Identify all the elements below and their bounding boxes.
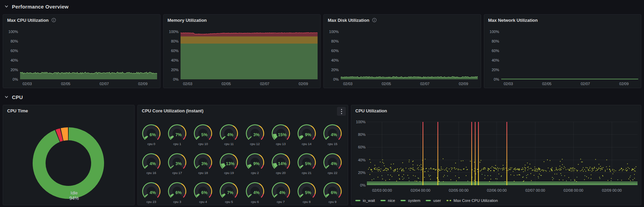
chart-memory[interactable]: 100%80%60%40%20%0%02/0302/0502/0702/09 [164,26,321,88]
panel-max-network: Max Network Utilization100%80%60%40%20%0… [484,14,642,88]
x-tick-label: 02/05 [221,82,231,86]
spike-to-100 [475,122,475,185]
section-header-performance-overview[interactable]: Performance Overview [4,3,69,10]
donut-value: 94% [69,195,79,201]
x-tick-label: 02/05 [542,82,552,86]
gauge-cpu-21: 5%cpu 21 [293,153,320,175]
gauge-cpu-6: 4%cpu 6 [242,182,268,204]
gauge-label: cpu 8 [293,200,320,204]
cpu-core-utilization-panel: CPU Core Utilization (Instant) 6%cpu 07%… [137,105,348,205]
chart-max-network[interactable]: 100%80%60%40%20%0%02/0302/0502/0702/09 [484,26,642,88]
gauge-label: cpu 21 [293,171,320,175]
y-tick-label: 100% [329,30,339,34]
spike-to-100 [438,122,438,185]
spike-to-100 [507,122,507,185]
x-tick-label: 02/07 [580,82,590,86]
info-icon[interactable] [51,18,56,22]
chevron-down-icon[interactable] [4,95,9,99]
cpu-utilization-panel: CPU Utilization io_waitnicesystemuserMax… [351,105,641,205]
x-tick-label: 02/09 [138,82,148,86]
panel-header: CPU Utilization [351,105,641,116]
x-tick-label: 02/07 [420,82,430,86]
x-tick-label: 02/07 [100,82,109,86]
y-tick-label: 80% [491,39,499,43]
gauge-label: cpu 15 [319,142,346,146]
panel-title[interactable]: Memory Utilization [168,18,207,23]
gauge-label: cpu 22 [319,171,346,175]
gauge-cpu-12: 3%cpu 12 [242,124,268,146]
y-tick-label: 20% [491,68,499,72]
panel-max-cpu: Max CPU Utilization100%80%60%40%20%0%02/… [3,14,160,88]
gauge-label: cpu 13 [268,142,294,146]
y-tick-label: 100% [489,30,499,34]
section-title-cpu[interactable]: CPU [12,94,23,100]
legend-line-icon [401,200,406,201]
panel-title[interactable]: CPU Utilization [355,108,387,113]
chevron-down-icon[interactable] [4,4,9,9]
chart-max-disk[interactable]: 100%80%60%40%20%0%02/0302/0502/0702/09 [324,26,481,88]
chart-max-cpu[interactable]: 100%80%60%40%20%0%02/0302/0502/0702/09 [3,26,160,88]
cpu-utilization-chart[interactable]: 100%80%60%40%20%0%02/03 00:0002/04 00:00… [351,115,641,195]
gauge-value: 6% [175,190,182,195]
gauge-cpu-3: 6%cpu 3 [164,182,190,204]
legend-item-io_wait[interactable]: io_wait [355,198,375,203]
panel-title[interactable]: CPU Time [7,108,28,113]
panel-title[interactable]: Max Network Utilization [488,18,538,23]
overview-panels-row: Max CPU Utilization100%80%60%40%20%0%02/… [3,14,641,88]
gauge-value: 3% [253,132,259,137]
spike-to-100 [423,122,423,185]
section-header-cpu[interactable]: CPU [4,93,23,101]
gauge-value: 5% [305,161,311,166]
donut-slice-Idle [39,134,98,192]
info-icon[interactable] [372,18,377,22]
cpu-time-donut-chart[interactable]: Idle94% [3,116,134,205]
y-tick-label: 0% [173,77,179,81]
y-tick-label: 60% [491,49,499,53]
gauge-value: 5% [305,190,311,195]
y-tick-label: 80% [11,39,18,43]
panel-title[interactable]: CPU Core Utilization (Instant) [142,108,203,113]
y-tick-label: 20% [358,171,366,175]
gauge-cpu-13: 15%cpu 13 [268,124,294,146]
gauge-value: 3% [201,161,207,166]
x-tick-label: 02/03 [504,82,513,86]
gauge-cpu-23: 4%cpu 23 [138,182,165,204]
y-tick-label: 80% [331,39,339,43]
legend-line-icon [380,200,386,201]
gauge-value: 7% [175,132,182,137]
y-tick-label: 40% [171,58,178,62]
gauge-label: cpu 1 [164,142,190,146]
legend-item-user[interactable]: user [426,198,441,203]
gauge-value: 4% [331,161,337,166]
y-tick-label: 0% [360,183,366,187]
legend-item-nice[interactable]: nice [380,198,395,203]
x-tick-label: 02/09 00:00 [602,188,622,192]
x-tick-label: 02/05 00:00 [449,188,469,192]
legend-item-system[interactable]: system [401,198,420,203]
y-tick-label: 60% [11,49,18,53]
legend-label: Max Core CPU Utilization [454,198,498,203]
panel-title[interactable]: Max CPU Utilization [7,18,49,23]
cpu-time-panel: CPU Time Idle94% [3,105,135,205]
panel-menu-kebab-icon[interactable] [337,107,346,116]
gauge-value: 14% [278,161,286,166]
gauge-value: 13% [226,161,235,166]
gauge-label: cpu 20 [268,171,294,175]
panel-header: Memory Utilization [164,15,321,26]
legend-label: io_wait [363,198,375,203]
legend-label: system [408,198,420,203]
gauge-value: 15% [278,132,286,137]
gauge-label: cpu 19 [216,171,242,175]
y-tick-label: 60% [171,49,178,53]
y-tick-label: 60% [331,49,339,53]
section-title-performance-overview[interactable]: Performance Overview [12,4,69,10]
panel-header: CPU Core Utilization (Instant) [138,105,348,116]
x-tick-label: 02/05 [61,82,70,86]
gauge-label: cpu 11 [216,142,242,146]
panel-max-disk: Max Disk Utilization100%80%60%40%20%0%02… [323,14,481,88]
legend-item-max-core-cpu-utilization[interactable]: Max Core CPU Utilization [446,198,498,203]
x-tick-label: 02/09 [619,82,629,86]
panel-title[interactable]: Max Disk Utilization [328,18,369,23]
x-tick-label: 02/08 00:00 [563,188,583,192]
donut-slice-slice-red [58,134,62,136]
